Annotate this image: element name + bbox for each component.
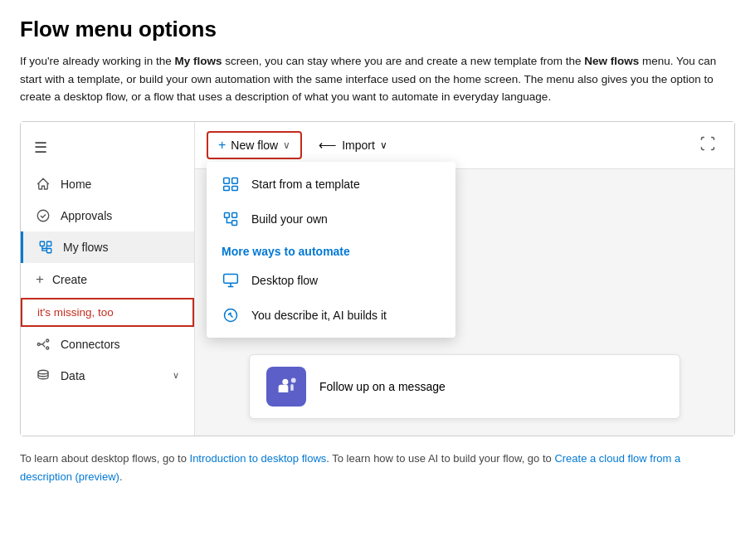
svg-rect-10	[224, 186, 230, 190]
footer-link-desktop[interactable]: Introduction to desktop flows	[190, 452, 327, 465]
new-flow-plus-icon: +	[218, 138, 226, 153]
dropdown-item-build-own[interactable]: Build your own	[207, 202, 455, 236]
svg-point-6	[46, 347, 49, 349]
connectors-icon	[36, 337, 51, 352]
flows-icon	[38, 240, 53, 255]
sidebar-label-approvals: Approvals	[61, 209, 112, 222]
sidebar-label-home: Home	[61, 178, 91, 191]
build-own-label: Build your own	[251, 212, 328, 226]
sidebar-item-my-flows[interactable]: My flows	[21, 231, 194, 263]
sidebar-item-approvals[interactable]: Approvals	[21, 200, 194, 231]
new-flow-button[interactable]: + New flow ∨	[207, 131, 302, 159]
import-chevron-icon: ∨	[380, 139, 387, 151]
sidebar-item-missing[interactable]: it's missing, too	[21, 298, 194, 327]
ai-build-icon	[222, 307, 240, 324]
main-content: + New flow ∨ ⟵ Import ∨ ed with me	[195, 122, 734, 436]
ui-demo-container: ☰ Home Approvals	[20, 121, 735, 436]
data-icon	[36, 368, 51, 383]
import-label: Import	[342, 139, 375, 152]
new-flow-chevron-icon: ∨	[283, 139, 290, 151]
screen-icon-button[interactable]	[693, 130, 723, 160]
svg-rect-15	[224, 274, 238, 283]
follow-up-text: Follow up on a message	[319, 380, 446, 393]
svg-rect-13	[232, 212, 237, 217]
svg-point-0	[37, 210, 49, 222]
sidebar-label-create: Create	[52, 273, 87, 286]
svg-rect-8	[224, 178, 230, 183]
svg-rect-9	[232, 178, 238, 183]
intro-paragraph: If you're already working in the My flow…	[20, 52, 735, 106]
desktop-flow-icon	[222, 272, 240, 289]
sidebar-label-connectors: Connectors	[61, 338, 120, 351]
dropdown-item-start-template[interactable]: Start from a template	[207, 167, 455, 202]
build-own-icon	[222, 211, 240, 227]
teams-icon-box	[266, 367, 306, 407]
sidebar-label-data: Data	[61, 369, 85, 382]
sidebar-item-home[interactable]: Home	[21, 168, 194, 200]
page-title: Flow menu options	[20, 17, 735, 42]
svg-rect-12	[225, 212, 230, 217]
sidebar: ☰ Home Approvals	[21, 122, 195, 436]
svg-point-5	[46, 339, 49, 342]
ai-build-label: You describe it, AI builds it	[251, 309, 387, 322]
hamburger-menu[interactable]: ☰	[21, 130, 194, 168]
sidebar-item-create[interactable]: + Create	[21, 263, 194, 296]
svg-rect-1	[40, 241, 44, 246]
start-template-label: Start from a template	[251, 178, 360, 191]
follow-up-card: Follow up on a message	[249, 354, 680, 419]
data-chevron-icon: ∨	[173, 370, 179, 381]
svg-rect-2	[47, 241, 51, 246]
template-icon	[222, 176, 240, 192]
home-icon	[36, 177, 51, 192]
svg-rect-3	[47, 248, 51, 252]
sidebar-item-connectors[interactable]: Connectors	[21, 329, 194, 360]
import-button[interactable]: ⟵ Import ∨	[309, 133, 397, 158]
approvals-icon	[36, 208, 51, 223]
svg-point-7	[38, 370, 48, 374]
sidebar-item-data[interactable]: Data ∨	[21, 360, 194, 392]
dropdown-item-ai-build[interactable]: You describe it, AI builds it	[207, 298, 455, 333]
more-ways-header: More ways to automate	[207, 236, 455, 263]
svg-point-17	[282, 378, 288, 384]
svg-rect-11	[232, 186, 238, 190]
new-flow-dropdown: Start from a template Build your own Mor…	[207, 162, 455, 338]
plus-icon: +	[36, 271, 44, 288]
desktop-flow-label: Desktop flow	[251, 274, 318, 287]
import-arrow-icon: ⟵	[319, 138, 337, 153]
sidebar-missing-label: it's missing, too	[37, 306, 114, 319]
footer-paragraph: To learn about desktop flows, go to Intr…	[20, 450, 735, 486]
dropdown-item-desktop-flow[interactable]: Desktop flow	[207, 263, 455, 298]
svg-rect-14	[232, 220, 237, 225]
sidebar-label-my-flows: My flows	[63, 241, 108, 254]
new-flow-label: New flow	[231, 139, 278, 152]
svg-point-4	[37, 343, 40, 345]
